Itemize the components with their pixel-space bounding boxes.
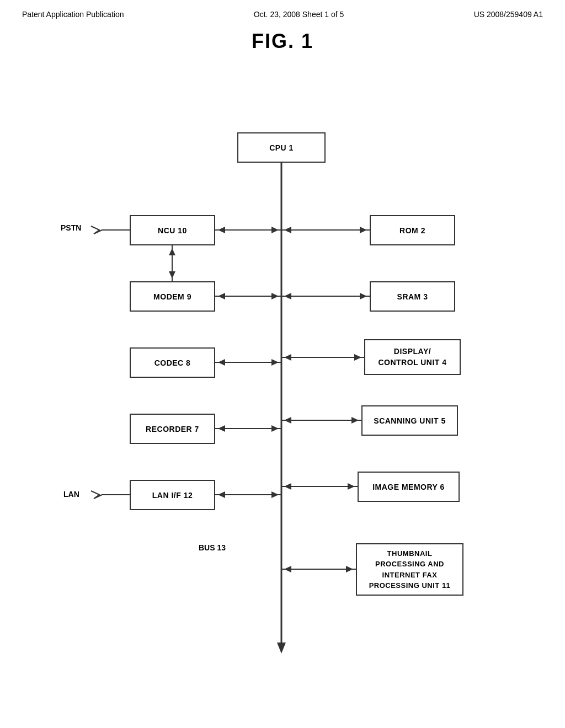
svg-marker-17 xyxy=(360,293,367,299)
svg-marker-14 xyxy=(271,293,279,299)
figure-title: FIG. 1 xyxy=(0,30,565,53)
header-right: US 2008/259409 A1 xyxy=(474,10,543,19)
svg-marker-28 xyxy=(284,417,291,424)
svg-marker-31 xyxy=(218,491,225,498)
box-display: DISPLAY/ CONTROL UNIT 4 xyxy=(364,339,461,375)
svg-marker-23 xyxy=(354,354,361,361)
svg-marker-22 xyxy=(284,354,291,361)
box-rom: ROM 2 xyxy=(370,215,455,245)
label-bus: BUS 13 xyxy=(199,543,226,552)
svg-marker-16 xyxy=(284,293,291,299)
svg-marker-1 xyxy=(277,643,286,654)
box-codec: CODEC 8 xyxy=(130,347,215,378)
box-imagemem: IMAGE MEMORY 6 xyxy=(358,472,460,502)
svg-marker-37 xyxy=(284,566,291,572)
svg-marker-20 xyxy=(271,359,279,366)
label-lan: LAN xyxy=(63,490,79,499)
box-modem: MODEM 9 xyxy=(130,281,215,312)
label-pstn: PSTN xyxy=(61,223,81,232)
svg-marker-29 xyxy=(351,417,359,424)
header-left: Patent Application Publication xyxy=(22,10,124,19)
page-header: Patent Application Publication Oct. 23, … xyxy=(0,0,565,19)
svg-marker-7 xyxy=(284,227,291,233)
box-scanning: SCANNING UNIT 5 xyxy=(361,405,458,436)
svg-marker-19 xyxy=(218,359,225,366)
svg-marker-34 xyxy=(284,483,291,490)
svg-marker-5 xyxy=(271,227,279,233)
box-ncu: NCU 10 xyxy=(130,215,215,245)
box-thumbnail: THUMBNAIL PROCESSING AND INTERNET FAX PR… xyxy=(356,543,463,596)
svg-marker-11 xyxy=(169,271,175,279)
svg-marker-4 xyxy=(218,227,225,233)
header-center: Oct. 23, 2008 Sheet 1 of 5 xyxy=(254,10,344,19)
svg-marker-32 xyxy=(271,491,279,498)
box-cpu: CPU 1 xyxy=(237,132,326,163)
svg-marker-38 xyxy=(346,566,353,572)
svg-marker-35 xyxy=(348,483,355,490)
box-lanif: LAN I/F 12 xyxy=(130,480,215,510)
svg-marker-25 xyxy=(218,425,225,432)
box-sram: SRAM 3 xyxy=(370,281,455,312)
svg-marker-26 xyxy=(271,425,279,432)
diagram: CPU 1 NCU 10 ROM 2 MODEM 9 SRAM 3 CODEC … xyxy=(0,61,565,722)
box-recorder: RECORDER 7 xyxy=(130,414,215,444)
svg-marker-10 xyxy=(169,248,175,255)
svg-marker-8 xyxy=(360,227,367,233)
svg-marker-13 xyxy=(218,293,225,299)
